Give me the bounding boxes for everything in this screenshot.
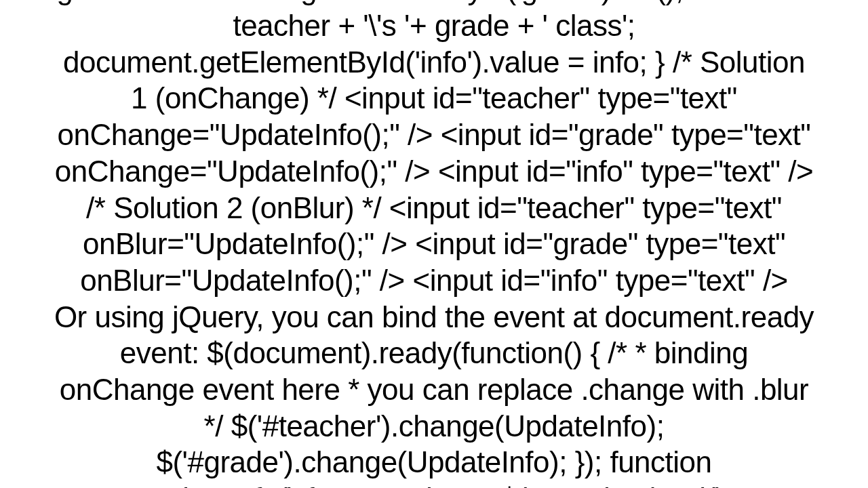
text-line: 1 (onChange) */ <input id="teacher" type… <box>54 80 814 117</box>
text-line: $('#grade').change(UpdateInfo); }); func… <box>54 444 814 481</box>
text-line: teacher + '\'s '+ grade + ' class'; <box>54 7 814 44</box>
text-line: onBlur="UpdateInfo();" /> <input id="gra… <box>54 226 814 262</box>
text-line: Or using jQuery, you can bind the event … <box>54 299 814 336</box>
text-line: event: $(document).ready(function() { /*… <box>54 335 814 371</box>
text-line: onChange event here * you can replace .c… <box>54 371 814 408</box>
text-line: UpdateInfo() { var teacher = $('#teacher… <box>54 481 814 488</box>
code-text-block: grade = document.getElementById('grade')… <box>41 0 827 488</box>
text-line: onChange="UpdateInfo();" /> <input id="i… <box>54 153 814 190</box>
text-line: */ $('#teacher').change(UpdateInfo); <box>54 408 814 445</box>
text-line: onChange="UpdateInfo();" /> <input id="g… <box>54 117 814 153</box>
text-line: document.getElementById('info').value = … <box>54 44 814 81</box>
text-line: grade = document.getElementById('grade')… <box>54 0 814 7</box>
text-line: /* Solution 2 (onBlur) */ <input id="tea… <box>54 190 814 226</box>
text-line: onBlur="UpdateInfo();" /> <input id="inf… <box>54 262 814 299</box>
